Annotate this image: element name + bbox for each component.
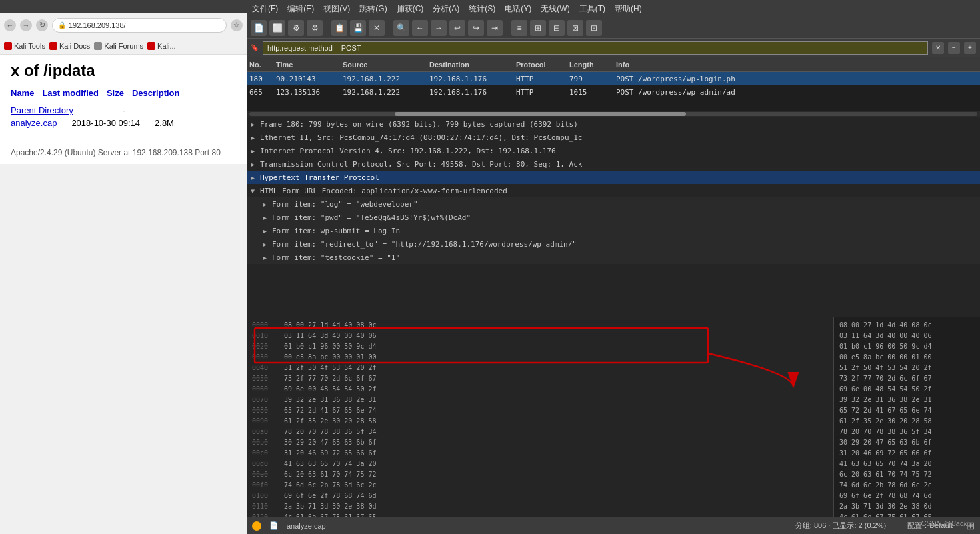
cell-info: POST /wordpress/wp-login.ph xyxy=(616,75,977,83)
filter-bookmark-icon: 🔖 xyxy=(251,44,259,51)
forward-button[interactable]: → xyxy=(20,19,32,31)
filter-add-btn[interactable]: + xyxy=(964,42,976,54)
bookmark-kali-extra[interactable]: Kali... xyxy=(147,42,176,50)
hex-detail: 000008 00 27 1d 4d 40 08 0c 001003 11 64… xyxy=(247,317,833,517)
bookmark-kali-docs[interactable]: Kali Docs xyxy=(49,42,90,50)
page-content: x of /ipdata Name Last modified Size Des… xyxy=(0,55,247,164)
packet-row-665[interactable]: 665 123.135136 192.168.1.222 192.168.1.1… xyxy=(247,85,980,99)
toolbar-r2[interactable]: ↪ xyxy=(468,20,484,36)
hex-row: 010069 6f 6e 2f 78 68 74 6d xyxy=(252,491,828,501)
toolbar-search[interactable]: 🔍 xyxy=(393,20,409,36)
col-name[interactable]: Name xyxy=(11,88,34,98)
status-filename: analyze.cap xyxy=(287,522,326,530)
status-stats: 分组: 806 · 已显示: 2 (0.2%) xyxy=(795,521,886,531)
cell-src: 192.168.1.222 xyxy=(343,88,429,97)
parent-dir-size: - xyxy=(123,105,125,115)
tree-item-form-submit[interactable]: ▶ Form item: wp-submit = Log In xyxy=(247,224,980,237)
toolbar-btn-5[interactable]: 📋 xyxy=(331,20,347,36)
cell-length: 1015 xyxy=(569,88,616,97)
hex-right: 08 00 27 1d 4d 40 08 0c 03 11 64 3d 40 0… xyxy=(833,317,980,517)
toolbar-btn-close[interactable]: ✕ xyxy=(369,20,385,36)
menu-edit[interactable]: 编辑(E) xyxy=(287,3,314,15)
menu-stats[interactable]: 统计(S) xyxy=(469,3,495,15)
bookmark-icon xyxy=(4,42,12,50)
tree-item-form-urlencoded[interactable]: ▼ HTML_Form_URL_Encoded: application/x-w… xyxy=(247,184,980,197)
toolbar-btn-6[interactable]: 💾 xyxy=(350,20,366,36)
tree-item-frame[interactable]: ▶ Frame 180: 799 bytes on wire (6392 bit… xyxy=(247,117,980,131)
tree-arrow: ▶ xyxy=(251,134,260,141)
toolbar-more[interactable]: ⊡ xyxy=(586,20,602,36)
toolbar-btn-3[interactable]: ⚙ xyxy=(288,20,304,36)
cell-time: 90.210143 xyxy=(276,75,343,83)
menu-view[interactable]: 视图(V) xyxy=(323,3,350,15)
filter-minus-btn[interactable]: − xyxy=(948,42,960,54)
hex-row: 00d041 63 63 65 70 74 3a 20 xyxy=(252,459,828,469)
packet-list-scrollbar[interactable] xyxy=(247,111,980,117)
toolbar-expand[interactable]: ≡ xyxy=(511,20,527,36)
col-length: Length xyxy=(569,61,616,69)
hex-row-right: 61 2f 35 2e 30 20 28 58 xyxy=(839,416,975,427)
toolbar-table[interactable]: ⊠ xyxy=(567,20,583,36)
hex-row: 00a078 20 70 78 38 36 5f 34 xyxy=(252,427,828,437)
file-modified: 2018-10-30 09:14 xyxy=(71,118,140,128)
hex-row: 01204c 61 6e 67 75 61 67 65 xyxy=(252,512,828,517)
browser-top-bar xyxy=(0,0,247,13)
toolbar-btn-2[interactable]: ⬜ xyxy=(269,20,285,36)
hex-row: 009061 2f 35 2e 30 20 28 58 xyxy=(252,416,828,427)
tree-item-form-pwd[interactable]: ▶ Form item: "pwd" = "Te5eQg&4sBS!Yr$)wf… xyxy=(247,211,980,224)
wireshark-toolbar: 📄 ⬜ ⚙ ⚙ 📋 💾 ✕ 🔍 ← → ↩ ↪ ⇥ ≡ ⊞ ⊟ ⊠ ⊡ xyxy=(247,17,980,39)
menu-capture[interactable]: 捕获(C) xyxy=(397,3,424,15)
tree-arrow: ▶ xyxy=(263,214,272,221)
reload-button[interactable]: ↻ xyxy=(36,19,48,31)
address-bar[interactable]: 🔒 192.168.209.138/ xyxy=(52,18,227,33)
col-description[interactable]: Description xyxy=(132,88,180,98)
tree-item-tcp[interactable]: ▶ Transmission Control Protocol, Src Por… xyxy=(247,157,980,171)
col-info: Info xyxy=(616,61,977,69)
toolbar-r1[interactable]: ↩ xyxy=(449,20,465,36)
tree-item-label: Form item: "pwd" = "Te5eQg&4sBS!Yr$)wf%(… xyxy=(272,213,471,222)
menu-jump[interactable]: 跳转(G) xyxy=(359,3,387,15)
menu-help[interactable]: 帮助(H) xyxy=(615,3,642,15)
col-last-modified[interactable]: Last modified xyxy=(42,88,99,98)
status-indicator xyxy=(252,521,261,531)
packet-row-180[interactable]: 180 90.210143 192.168.1.222 192.168.1.17… xyxy=(247,72,980,85)
file-link[interactable]: analyze.cap xyxy=(11,118,57,128)
table-header: Name Last modified Size Description xyxy=(11,88,236,101)
toolbar-btn-4[interactable]: ⚙ xyxy=(307,20,323,36)
tree-arrow: ▶ xyxy=(263,227,272,235)
menu-file[interactable]: 文件(F) xyxy=(252,3,278,15)
back-button[interactable]: ← xyxy=(4,19,16,31)
menu-tools[interactable]: 工具(T) xyxy=(579,3,605,15)
hex-row: 006069 6e 00 48 54 54 50 2f xyxy=(252,384,828,395)
bookmark-star[interactable]: ☆ xyxy=(231,19,243,31)
tree-item-http[interactable]: ▶ Hypertext Transfer Protocol xyxy=(247,171,980,184)
footer-text-content: Apache/2.4.29 (Ubuntu) Server at 192.168… xyxy=(11,148,221,157)
parent-dir-link[interactable]: Parent Directory xyxy=(11,105,73,115)
menu-wireless[interactable]: 无线(W) xyxy=(541,3,569,15)
bookmark-kali-tools[interactable]: Kali Tools xyxy=(4,42,45,50)
hex-row: 008065 72 2d 41 67 65 6e 74 xyxy=(252,405,828,416)
wireshark-window: 文件(F) 编辑(E) 视图(V) 跳转(G) 捕获(C) 分析(A) 统计(S… xyxy=(247,0,980,534)
tree-item-ipv4[interactable]: ▶ Internet Protocol Version 4, Src: 192.… xyxy=(247,144,980,157)
tree-item-form-redirect[interactable]: ▶ Form item: "redirect_to" = "http://192… xyxy=(247,237,980,251)
tree-item-form-log[interactable]: ▶ Form item: "log" = "webdeveloper" xyxy=(247,197,980,211)
bookmark-kali-forums[interactable]: Kali Forums xyxy=(94,42,143,50)
menu-phone[interactable]: 电话(Y) xyxy=(505,3,531,15)
tree-item-form-testcookie[interactable]: ▶ Form item: "testcookie" = "1" xyxy=(247,251,980,264)
toolbar-r3[interactable]: ⇥ xyxy=(487,20,503,36)
col-size[interactable]: Size xyxy=(107,88,124,98)
toolbar-cols[interactable]: ⊞ xyxy=(530,20,546,36)
tree-item-ethernet[interactable]: ▶ Ethernet II, Src: PcsCompu_74:17:d4 (0… xyxy=(247,131,980,144)
tree-arrow: ▶ xyxy=(263,254,272,261)
toolbar-back[interactable]: ← xyxy=(412,20,428,36)
table-row: analyze.cap 2018-10-30 09:14 2.8M xyxy=(11,118,236,128)
filter-input[interactable] xyxy=(263,41,928,55)
hex-row: 005073 2f 77 70 2d 6c 6f 67 xyxy=(252,373,828,384)
tree-arrow: ▶ xyxy=(263,241,272,248)
toolbar-btn-1[interactable]: 📄 xyxy=(251,20,267,36)
toolbar-grid[interactable]: ⊟ xyxy=(549,20,565,36)
hex-row-right: 03 11 64 3d 40 00 40 06 xyxy=(839,331,975,341)
toolbar-fwd[interactable]: → xyxy=(431,20,447,36)
filter-close-btn[interactable]: ✕ xyxy=(932,42,944,54)
menu-analyze[interactable]: 分析(A) xyxy=(433,3,459,15)
